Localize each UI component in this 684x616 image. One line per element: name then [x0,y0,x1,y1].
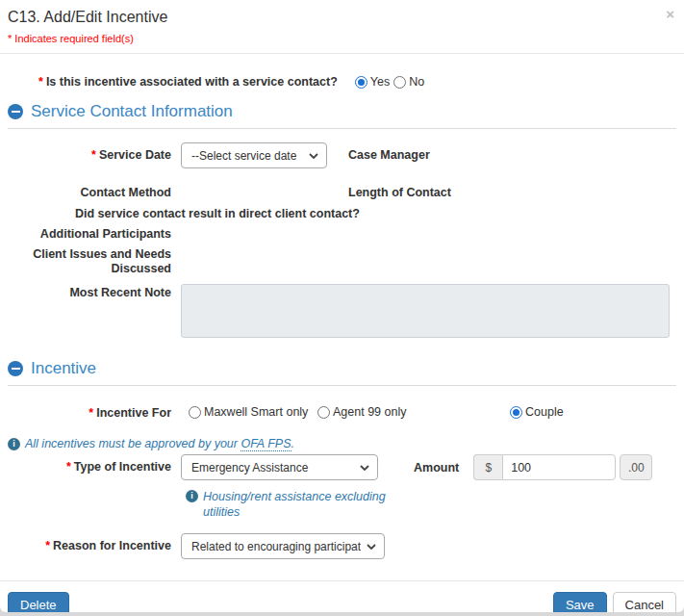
section-service-contact-header[interactable]: Service Contact Information [8,102,676,129]
section-service-contact-title: Service Contact Information [31,102,233,121]
amount-label: Amount [414,461,459,475]
reason-for-incentive-select[interactable]: Related to encouraging participation [181,533,385,559]
modal-title: C13. Add/Edit Incentive [0,0,684,26]
approval-note-text: All incentives must be approved by your … [25,437,294,450]
radio-option-agent-99[interactable]: Agent 99 only [317,405,406,419]
type-help-note: i Housing/rent assistance excluding util… [186,489,393,520]
collapse-minus-icon[interactable] [8,104,23,119]
additional-participants-row: Additional Participants [8,227,676,242]
client-issues-label: Client Issues and Needs Discussed [8,247,171,276]
incentive-for-label: *Incentive For [8,406,171,421]
approval-info-note: i All incentives must be approved by you… [8,437,676,450]
service-contact-question-label: *Is this incentive associated with a ser… [38,75,338,89]
radio-option-maxwell-smart[interactable]: Maxwell Smart only [189,405,308,419]
type-of-incentive-row: *Type of Incentive Emergency Assistance … [8,454,676,480]
radio-couple-icon[interactable] [510,406,522,419]
collapse-minus-icon[interactable] [8,361,23,376]
required-asterisk: * [38,75,43,89]
section-incentive-title: Incentive [31,359,96,378]
delete-button[interactable]: Delete [8,592,69,612]
ofa-fps-link[interactable]: OFA FPS [241,437,291,451]
most-recent-note-label: Most Recent Note [8,286,171,300]
chevron-down-icon [309,153,318,159]
radio-option-no[interactable]: No [393,75,424,89]
incentive-for-radio-group: Maxwell Smart only Agent 99 only Couple [181,405,676,421]
reason-for-incentive-label: *Reason for Incentive [8,539,171,553]
radio-option-couple[interactable]: Couple [510,405,564,419]
reason-for-incentive-row: *Reason for Incentive Related to encoura… [8,533,676,559]
section-incentive-header[interactable]: Incentive [8,359,676,386]
incentive-for-row: *Incentive For Maxwell Smart only Agent … [8,405,676,421]
client-issues-row: Client Issues and Needs Discussed [8,247,676,276]
radio-yes-label: Yes [370,75,390,89]
service-date-select[interactable]: --Select service date [181,142,327,168]
service-contact-radio-group: Yes No [355,75,424,89]
radio-agent99-icon[interactable] [317,406,330,419]
radio-maxwell-icon[interactable] [189,406,201,419]
most-recent-note-row: Most Recent Note [8,284,676,338]
header-divider [0,53,684,54]
chevron-down-icon [360,465,369,471]
required-fields-note: * Indicates required field(s) [0,26,684,44]
save-button[interactable]: Save [553,592,607,612]
service-date-label: *Service Date [8,148,171,163]
type-of-incentive-select[interactable]: Emergency Assistance [181,454,378,480]
close-icon[interactable]: × [666,7,674,21]
most-recent-note-textarea [181,284,670,338]
modal-footer: Delete Save Cancel [0,580,684,612]
additional-participants-label: Additional Participants [8,227,171,242]
case-manager-label: Case Manager [348,148,676,163]
service-date-row: *Service Date --Select service date Case… [8,142,676,168]
radio-no-icon[interactable] [393,76,406,89]
radio-option-yes[interactable]: Yes [355,75,390,89]
dollar-sign-addon: $ [473,454,502,480]
direct-client-contact-label: Did service contact result in direct cli… [75,207,676,220]
amount-input-group: $ .00 [473,454,652,480]
service-contact-question-row: *Is this incentive associated with a ser… [8,75,676,89]
type-help-text: Housing/rent assistance excluding utilit… [203,489,393,520]
contact-method-label: Contact Method [8,186,171,200]
info-icon: i [186,490,198,502]
cents-addon: .00 [620,454,652,480]
amount-input[interactable] [502,454,616,480]
cancel-button[interactable]: Cancel [613,592,676,612]
length-of-contact-label: Length of Contact [348,186,676,200]
chevron-down-icon [367,544,376,550]
radio-yes-icon[interactable] [355,76,367,89]
type-of-incentive-label: *Type of Incentive [8,460,171,475]
modal-body: *Is this incentive associated with a ser… [0,75,684,559]
add-edit-incentive-modal: C13. Add/Edit Incentive × * Indicates re… [0,0,684,612]
contact-method-row: Contact Method Length of Contact [8,186,676,200]
info-icon: i [8,438,20,450]
radio-no-label: No [409,75,424,89]
